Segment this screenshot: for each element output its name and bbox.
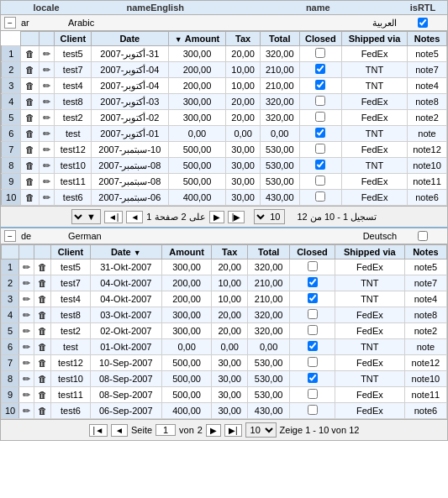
cell-edit[interactable]: ✏ [40,142,55,158]
cell-edit[interactable]: ✏ [19,339,34,355]
expand-de[interactable]: − [4,230,16,242]
cell-edit[interactable]: ✏ [40,110,55,126]
cell-shipped: FedEx [335,307,404,323]
prev-page-de[interactable]: ◄ [111,424,128,437]
cell-amount: 400,00 [168,190,226,206]
cell-delete[interactable]: 🗑 [34,403,51,419]
first-page-de[interactable]: |◄ [89,424,108,437]
expand-ar[interactable]: − [4,17,16,29]
cell-edit[interactable]: ✏ [19,387,34,403]
closed-checkbox[interactable] [308,277,318,287]
cell-tax: 20,00 [212,259,248,275]
last-page-ar[interactable]: ▶| [228,211,245,223]
isRTL-checkbox-de[interactable] [418,231,428,241]
cell-delete[interactable]: 🗑 [21,126,40,142]
cell-edit[interactable]: ✏ [40,94,55,110]
cell-date: 01-أكتوبر-2007 [92,126,169,142]
closed-checkbox[interactable] [308,293,318,303]
cell-delete[interactable]: 🗑 [34,355,51,371]
cell-delete[interactable]: 🗑 [21,46,40,62]
closed-checkbox[interactable] [308,261,318,271]
closed-checkbox[interactable] [315,96,325,106]
cell-delete[interactable]: 🗑 [21,142,40,158]
cell-edit[interactable]: ✏ [19,291,34,307]
cell-edit[interactable]: ✏ [40,126,55,142]
closed-checkbox[interactable] [315,64,325,74]
cell-edit[interactable]: ✏ [19,323,34,339]
cell-delete[interactable]: 🗑 [34,323,51,339]
first-page-ar[interactable]: |◄ [104,211,124,223]
next-page-ar[interactable]: ▶ [209,211,224,223]
cell-edit[interactable]: ✏ [40,78,55,94]
cell-edit[interactable]: ✏ [40,190,55,206]
cell-shipped: FedEx [342,46,408,62]
cell-tax: 30,00 [226,158,260,174]
cell-edit[interactable]: ✏ [40,46,55,62]
cell-delete[interactable]: 🗑 [34,371,51,387]
last-page-de[interactable]: ▶| [224,424,242,437]
cell-total: 430,00 [260,190,299,206]
closed-checkbox[interactable] [308,341,318,351]
closed-checkbox[interactable] [308,309,318,319]
cell-total: 530,00 [248,355,290,371]
cell-edit[interactable]: ✏ [40,62,55,78]
closed-checkbox[interactable] [315,191,325,202]
prev-page-ar[interactable]: ◄ [126,211,143,223]
closed-checkbox[interactable] [315,48,325,58]
cell-delete[interactable]: 🗑 [34,307,51,323]
cell-delete[interactable]: 🗑 [34,387,51,403]
closed-checkbox[interactable] [308,389,318,399]
page-input-de[interactable] [155,424,176,436]
cell-edit[interactable]: ✏ [19,403,34,419]
closed-checkbox[interactable] [308,325,318,335]
closed-checkbox[interactable] [308,405,318,415]
cell-delete[interactable]: 🗑 [21,190,40,206]
cell-edit[interactable]: ✏ [40,174,55,190]
cell-total: 210,00 [248,291,290,307]
cell-edit[interactable]: ✏ [19,307,34,323]
isRTL-checkbox-ar[interactable] [418,18,428,28]
cell-shipped: TNT [342,126,408,142]
total-pages-de: 2 [198,425,203,435]
cell-date: 06-سبتمبر-2007 [92,190,169,206]
cell-edit[interactable]: ✏ [19,275,34,291]
cell-delete[interactable]: 🗑 [34,291,51,307]
closed-checkbox[interactable] [315,144,325,154]
closed-checkbox[interactable] [308,357,318,367]
subtable-wrapper-ar: Notes Shipped via Closed Total Tax Amoun… [1,31,447,227]
cell-delete[interactable]: 🗑 [21,174,40,190]
closed-checkbox[interactable] [315,112,325,122]
sort-amount-ar: ▼ [175,35,182,44]
per-page-select-de[interactable]: 102550 [245,422,277,438]
cell-delete[interactable]: 🗑 [21,158,40,174]
cell-edit[interactable]: ✏ [40,158,55,174]
cell-rownum: 3 [2,78,21,94]
per-page-select-ar[interactable]: 102550 [254,209,285,224]
page-label-de: Seite [131,425,152,435]
cell-delete[interactable]: 🗑 [21,78,40,94]
cell-delete[interactable]: 🗑 [21,94,40,110]
cell-delete[interactable]: 🗑 [21,110,40,126]
th-closed-de: Closed [290,245,335,259]
closed-checkbox[interactable] [315,160,325,170]
table-row: note6 FedEx 430,00 30,00 400,00 06-سبتمب… [2,190,447,206]
closed-checkbox[interactable] [308,373,318,383]
closed-checkbox[interactable] [315,80,325,90]
cell-client: test [55,126,92,142]
jump-select-ar[interactable]: ▼ [71,209,101,224]
cell-delete[interactable]: 🗑 [34,259,51,275]
table-row: 7 ✏ 🗑 test12 10-Sep-2007 500,00 30,00 53… [2,355,447,371]
closed-checkbox[interactable] [315,176,325,186]
cell-edit[interactable]: ✏ [19,259,34,275]
cell-edit[interactable]: ✏ [19,371,34,387]
cell-shipped: FedEx [335,403,404,419]
cell-delete[interactable]: 🗑 [34,275,51,291]
cell-edit[interactable]: ✏ [19,355,34,371]
next-page-de[interactable]: ▶ [206,424,221,437]
cell-total: 530,00 [260,142,299,158]
cell-amount: 500,00 [168,174,226,190]
cell-delete[interactable]: 🗑 [34,339,51,355]
closed-checkbox[interactable] [315,128,325,138]
cell-rownum: 10 [2,190,21,206]
cell-delete[interactable]: 🗑 [21,62,40,78]
